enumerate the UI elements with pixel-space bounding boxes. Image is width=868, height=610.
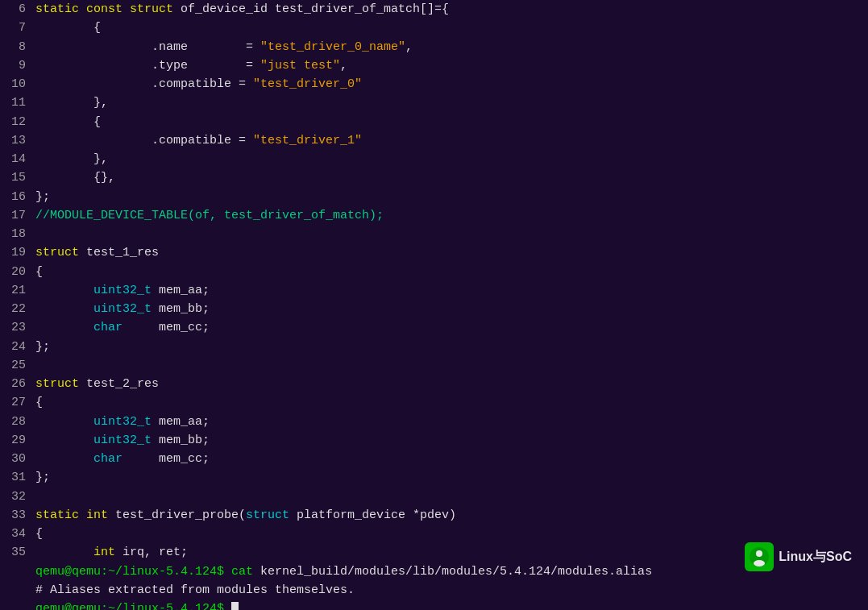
line-content bbox=[35, 488, 43, 506]
code-line: 31}; bbox=[0, 468, 868, 487]
line-content: char mem_cc; bbox=[35, 450, 210, 468]
line-content: .name = "test_driver_0_name", bbox=[35, 38, 413, 56]
line-number: 6 bbox=[0, 0, 26, 19]
code-line: 34{ bbox=[0, 525, 868, 543]
line-number: 27 bbox=[0, 393, 26, 412]
line-content: .compatible = "test_driver_0" bbox=[35, 75, 362, 93]
code-line: 27{ bbox=[0, 393, 868, 412]
line-number: 9 bbox=[0, 56, 26, 75]
code-line: 17//MODULE_DEVICE_TABLE(of, test_driver_… bbox=[0, 206, 868, 225]
code-area: 6static const struct of_device_id test_d… bbox=[0, 0, 868, 610]
code-line: 8 .name = "test_driver_0_name", bbox=[0, 38, 868, 56]
line-content: static const struct of_device_id test_dr… bbox=[35, 0, 449, 19]
code-line: 26struct test_2_res bbox=[0, 375, 868, 393]
code-line: 14 }, bbox=[0, 150, 868, 168]
code-line: 6static const struct of_device_id test_d… bbox=[0, 0, 868, 19]
line-number: 23 bbox=[0, 318, 26, 337]
code-line: 24}; bbox=[0, 338, 868, 356]
prompt-line: qemu@qemu:~/linux-5.4.124$ bbox=[0, 600, 868, 610]
line-content: { bbox=[35, 393, 43, 412]
code-line: 35 int irq, ret; bbox=[0, 543, 868, 562]
line-content: }, bbox=[35, 93, 108, 112]
line-number: 30 bbox=[0, 450, 26, 468]
code-line: 30 char mem_cc; bbox=[0, 450, 868, 468]
code-line: 28 uint32_t mem_aa; bbox=[0, 413, 868, 431]
code-line: 16}; bbox=[0, 188, 868, 206]
code-line: 15 {}, bbox=[0, 168, 868, 187]
line-number: 25 bbox=[0, 356, 26, 375]
line-number: 15 bbox=[0, 168, 26, 187]
prompt-line: # Aliases extracted from modules themsel… bbox=[0, 581, 868, 600]
line-number: 34 bbox=[0, 525, 26, 543]
line-number: 26 bbox=[0, 375, 26, 393]
line-content: static int test_driver_probe(struct plat… bbox=[35, 506, 456, 525]
code-line: 12 { bbox=[0, 113, 868, 131]
code-line: 10 .compatible = "test_driver_0" bbox=[0, 75, 868, 93]
line-content: char mem_cc; bbox=[35, 318, 210, 337]
line-number: 35 bbox=[0, 543, 26, 562]
line-number: 29 bbox=[0, 431, 26, 450]
code-line: 22 uint32_t mem_bb; bbox=[0, 300, 868, 318]
line-content: .type = "just test", bbox=[35, 56, 347, 75]
watermark-icon bbox=[745, 542, 774, 571]
line-content bbox=[35, 225, 43, 243]
code-line: 18 bbox=[0, 225, 868, 243]
line-content: { bbox=[35, 19, 101, 37]
svg-point-2 bbox=[754, 560, 765, 566]
code-line: 19struct test_1_res bbox=[0, 243, 868, 262]
line-content: //MODULE_DEVICE_TABLE(of, test_driver_of… bbox=[35, 206, 384, 225]
code-line: 20{ bbox=[0, 263, 868, 281]
prompt-line: qemu@qemu:~/linux-5.4.124$ cat kernel_bu… bbox=[0, 562, 868, 581]
line-number: 33 bbox=[0, 506, 26, 525]
line-content: uint32_t mem_bb; bbox=[35, 431, 210, 450]
line-content: int irq, ret; bbox=[35, 543, 188, 562]
code-line: 7 { bbox=[0, 19, 868, 37]
line-number: 32 bbox=[0, 488, 26, 506]
line-content: struct test_1_res bbox=[35, 243, 159, 262]
code-line: 25 bbox=[0, 356, 868, 375]
line-content: struct test_2_res bbox=[35, 375, 159, 393]
line-content: .compatible = "test_driver_1" bbox=[35, 131, 362, 150]
line-content: }; bbox=[35, 188, 50, 206]
line-number: 18 bbox=[0, 225, 26, 243]
watermark-label: Linux与SoC bbox=[779, 549, 852, 566]
code-line: 33static int test_driver_probe(struct pl… bbox=[0, 506, 868, 525]
code-line: 9 .type = "just test", bbox=[0, 56, 868, 75]
svg-point-1 bbox=[756, 550, 762, 557]
line-content: }; bbox=[35, 338, 50, 356]
line-number: 12 bbox=[0, 113, 26, 131]
line-number: 28 bbox=[0, 413, 26, 431]
code-line: 32 bbox=[0, 488, 868, 506]
line-number: 7 bbox=[0, 19, 26, 37]
watermark: Linux与SoC bbox=[745, 542, 852, 571]
code-line: 23 char mem_cc; bbox=[0, 318, 868, 337]
code-line: 29 uint32_t mem_bb; bbox=[0, 431, 868, 450]
line-number: 16 bbox=[0, 188, 26, 206]
line-number: 8 bbox=[0, 38, 26, 56]
line-number: 17 bbox=[0, 206, 26, 225]
line-number: 22 bbox=[0, 300, 26, 318]
line-content: }; bbox=[35, 468, 50, 487]
line-number: 10 bbox=[0, 75, 26, 93]
line-content bbox=[35, 356, 43, 375]
code-line: 21 uint32_t mem_aa; bbox=[0, 281, 868, 300]
line-content: { bbox=[35, 113, 101, 131]
line-number: 13 bbox=[0, 131, 26, 150]
code-line: 11 }, bbox=[0, 93, 868, 112]
line-content: { bbox=[35, 263, 43, 281]
line-number: 31 bbox=[0, 468, 26, 487]
line-content: uint32_t mem_bb; bbox=[35, 300, 210, 318]
line-number: 19 bbox=[0, 243, 26, 262]
line-content: { bbox=[35, 525, 43, 543]
terminal-window: 6static const struct of_device_id test_d… bbox=[0, 0, 868, 610]
line-number: 20 bbox=[0, 263, 26, 281]
code-line: 13 .compatible = "test_driver_1" bbox=[0, 131, 868, 150]
line-number: 11 bbox=[0, 93, 26, 112]
line-content: }, bbox=[35, 150, 108, 168]
line-number: 21 bbox=[0, 281, 26, 300]
line-content: uint32_t mem_aa; bbox=[35, 413, 210, 431]
line-content: {}, bbox=[35, 168, 115, 187]
line-number: 14 bbox=[0, 150, 26, 168]
line-number: 24 bbox=[0, 338, 26, 356]
line-content: uint32_t mem_aa; bbox=[35, 281, 210, 300]
